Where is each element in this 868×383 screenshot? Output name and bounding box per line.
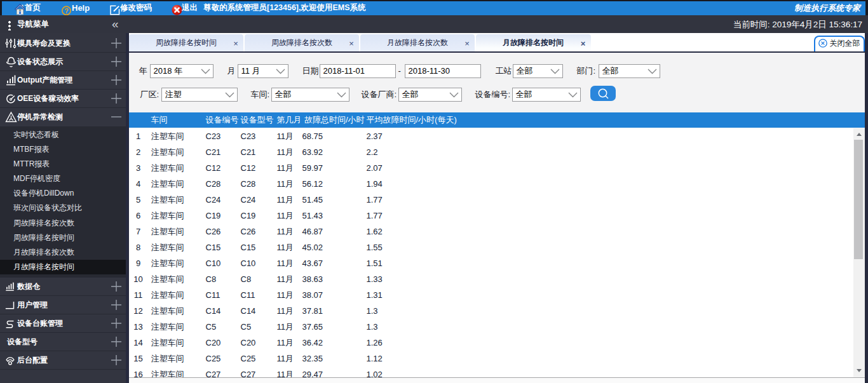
svg-text:?: ? [64,6,68,14]
